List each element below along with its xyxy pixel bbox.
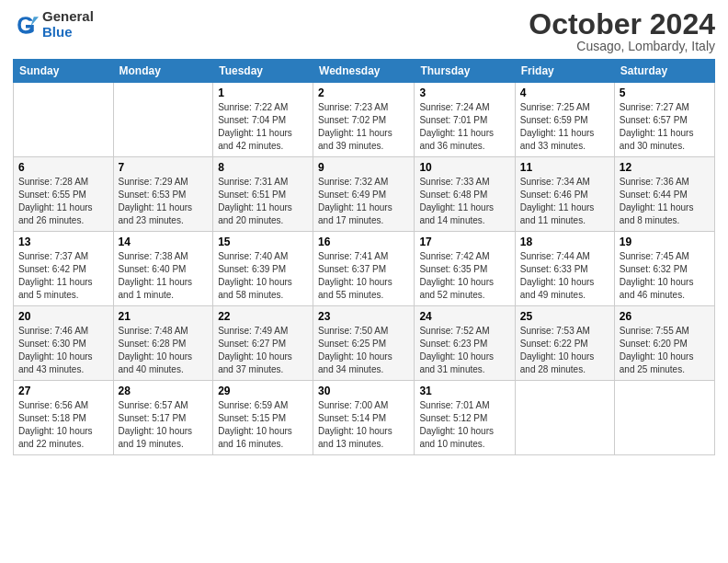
calendar-cell: 14Sunrise: 7:38 AM Sunset: 6:40 PM Dayli… bbox=[113, 232, 213, 306]
day-info: Sunrise: 7:55 AM Sunset: 6:20 PM Dayligh… bbox=[620, 325, 710, 376]
day-info: Sunrise: 7:41 AM Sunset: 6:37 PM Dayligh… bbox=[318, 250, 409, 302]
week-row-1: 1Sunrise: 7:22 AM Sunset: 7:04 PM Daylig… bbox=[14, 83, 715, 157]
calendar-cell: 20Sunrise: 7:46 AM Sunset: 6:30 PM Dayli… bbox=[14, 306, 114, 381]
logo: General Blue bbox=[13, 9, 94, 40]
day-number: 6 bbox=[18, 161, 108, 174]
calendar-cell: 24Sunrise: 7:52 AM Sunset: 6:23 PM Dayli… bbox=[415, 306, 515, 381]
calendar-cell: 17Sunrise: 7:42 AM Sunset: 6:35 PM Dayli… bbox=[415, 232, 515, 306]
day-info: Sunrise: 7:50 AM Sunset: 6:25 PM Dayligh… bbox=[318, 325, 409, 376]
header: General Blue October 2024 Cusago, Lombar… bbox=[13, 9, 715, 53]
calendar-cell: 8Sunrise: 7:31 AM Sunset: 6:51 PM Daylig… bbox=[213, 157, 313, 232]
day-number: 16 bbox=[318, 236, 409, 248]
day-number: 17 bbox=[419, 236, 509, 248]
day-info: Sunrise: 7:32 AM Sunset: 6:49 PM Dayligh… bbox=[318, 176, 409, 227]
calendar-body: 1Sunrise: 7:22 AM Sunset: 7:04 PM Daylig… bbox=[14, 83, 715, 455]
day-number: 12 bbox=[620, 161, 710, 174]
day-number: 4 bbox=[520, 86, 609, 99]
weekday-header-sunday: Sunday bbox=[14, 60, 114, 83]
day-info: Sunrise: 7:24 AM Sunset: 7:01 PM Dayligh… bbox=[419, 101, 509, 153]
day-info: Sunrise: 6:57 AM Sunset: 5:17 PM Dayligh… bbox=[119, 399, 209, 451]
day-info: Sunrise: 6:59 AM Sunset: 5:15 PM Dayligh… bbox=[218, 399, 308, 451]
day-info: Sunrise: 7:45 AM Sunset: 6:32 PM Dayligh… bbox=[620, 250, 710, 302]
day-number: 21 bbox=[119, 310, 209, 323]
day-info: Sunrise: 7:00 AM Sunset: 5:14 PM Dayligh… bbox=[318, 399, 409, 451]
calendar-cell: 30Sunrise: 7:00 AM Sunset: 5:14 PM Dayli… bbox=[313, 381, 415, 455]
day-number: 31 bbox=[419, 385, 509, 397]
day-info: Sunrise: 7:48 AM Sunset: 6:28 PM Dayligh… bbox=[119, 325, 209, 376]
day-info: Sunrise: 7:22 AM Sunset: 7:04 PM Dayligh… bbox=[218, 101, 308, 153]
week-row-2: 6Sunrise: 7:28 AM Sunset: 6:55 PM Daylig… bbox=[14, 157, 715, 232]
day-info: Sunrise: 7:53 AM Sunset: 6:22 PM Dayligh… bbox=[520, 325, 609, 376]
day-info: Sunrise: 7:49 AM Sunset: 6:27 PM Dayligh… bbox=[218, 325, 308, 376]
day-number: 3 bbox=[419, 86, 509, 99]
calendar-cell: 28Sunrise: 6:57 AM Sunset: 5:17 PM Dayli… bbox=[113, 381, 213, 455]
calendar-cell: 25Sunrise: 7:53 AM Sunset: 6:22 PM Dayli… bbox=[515, 306, 614, 381]
day-info: Sunrise: 7:40 AM Sunset: 6:39 PM Dayligh… bbox=[218, 250, 308, 302]
calendar-cell: 4Sunrise: 7:25 AM Sunset: 6:59 PM Daylig… bbox=[515, 83, 614, 157]
calendar-cell bbox=[614, 381, 714, 455]
day-info: Sunrise: 7:33 AM Sunset: 6:48 PM Dayligh… bbox=[419, 176, 509, 227]
day-info: Sunrise: 7:28 AM Sunset: 6:55 PM Dayligh… bbox=[18, 176, 108, 227]
day-number: 7 bbox=[119, 161, 209, 174]
calendar-cell: 3Sunrise: 7:24 AM Sunset: 7:01 PM Daylig… bbox=[415, 83, 515, 157]
day-info: Sunrise: 7:01 AM Sunset: 5:12 PM Dayligh… bbox=[419, 399, 509, 451]
calendar-cell: 1Sunrise: 7:22 AM Sunset: 7:04 PM Daylig… bbox=[213, 83, 313, 157]
calendar-cell: 23Sunrise: 7:50 AM Sunset: 6:25 PM Dayli… bbox=[313, 306, 415, 381]
calendar-cell: 16Sunrise: 7:41 AM Sunset: 6:37 PM Dayli… bbox=[313, 232, 415, 306]
weekday-header-tuesday: Tuesday bbox=[213, 60, 313, 83]
day-info: Sunrise: 7:34 AM Sunset: 6:46 PM Dayligh… bbox=[520, 176, 609, 227]
day-info: Sunrise: 7:52 AM Sunset: 6:23 PM Dayligh… bbox=[419, 325, 509, 376]
day-number: 9 bbox=[318, 161, 409, 174]
calendar-header: SundayMondayTuesdayWednesdayThursdayFrid… bbox=[14, 60, 715, 83]
calendar-cell bbox=[515, 381, 614, 455]
day-number: 8 bbox=[218, 161, 308, 174]
day-number: 30 bbox=[318, 385, 409, 397]
calendar-cell: 12Sunrise: 7:36 AM Sunset: 6:44 PM Dayli… bbox=[614, 157, 714, 232]
location-subtitle: Cusago, Lombardy, Italy bbox=[529, 39, 715, 53]
day-number: 18 bbox=[520, 236, 609, 248]
day-number: 14 bbox=[119, 236, 209, 248]
day-number: 11 bbox=[520, 161, 609, 174]
day-number: 1 bbox=[218, 86, 308, 99]
day-number: 26 bbox=[620, 310, 710, 323]
day-number: 23 bbox=[318, 310, 409, 323]
day-info: Sunrise: 7:23 AM Sunset: 7:02 PM Dayligh… bbox=[318, 101, 409, 153]
day-number: 22 bbox=[218, 310, 308, 323]
calendar-cell: 21Sunrise: 7:48 AM Sunset: 6:28 PM Dayli… bbox=[113, 306, 213, 381]
calendar-table: SundayMondayTuesdayWednesdayThursdayFrid… bbox=[13, 59, 715, 455]
day-info: Sunrise: 7:38 AM Sunset: 6:40 PM Dayligh… bbox=[119, 250, 209, 302]
day-info: Sunrise: 7:25 AM Sunset: 6:59 PM Dayligh… bbox=[520, 101, 609, 153]
calendar-cell: 11Sunrise: 7:34 AM Sunset: 6:46 PM Dayli… bbox=[515, 157, 614, 232]
day-info: Sunrise: 7:27 AM Sunset: 6:57 PM Dayligh… bbox=[620, 101, 710, 153]
day-number: 5 bbox=[620, 86, 710, 99]
calendar-cell bbox=[14, 83, 114, 157]
day-info: Sunrise: 7:37 AM Sunset: 6:42 PM Dayligh… bbox=[18, 250, 108, 302]
day-number: 27 bbox=[18, 385, 108, 397]
logo-icon bbox=[13, 12, 39, 38]
calendar-cell: 22Sunrise: 7:49 AM Sunset: 6:27 PM Dayli… bbox=[213, 306, 313, 381]
calendar-cell: 19Sunrise: 7:45 AM Sunset: 6:32 PM Dayli… bbox=[614, 232, 714, 306]
weekday-header-saturday: Saturday bbox=[614, 60, 714, 83]
calendar-cell: 5Sunrise: 7:27 AM Sunset: 6:57 PM Daylig… bbox=[614, 83, 714, 157]
calendar-cell: 9Sunrise: 7:32 AM Sunset: 6:49 PM Daylig… bbox=[313, 157, 415, 232]
weekday-row: SundayMondayTuesdayWednesdayThursdayFrid… bbox=[14, 60, 715, 83]
day-number: 28 bbox=[119, 385, 209, 397]
day-number: 19 bbox=[620, 236, 710, 248]
calendar-cell: 29Sunrise: 6:59 AM Sunset: 5:15 PM Dayli… bbox=[213, 381, 313, 455]
day-info: Sunrise: 7:29 AM Sunset: 6:53 PM Dayligh… bbox=[119, 176, 209, 227]
calendar-cell: 2Sunrise: 7:23 AM Sunset: 7:02 PM Daylig… bbox=[313, 83, 415, 157]
calendar-cell: 7Sunrise: 7:29 AM Sunset: 6:53 PM Daylig… bbox=[113, 157, 213, 232]
calendar-cell: 18Sunrise: 7:44 AM Sunset: 6:33 PM Dayli… bbox=[515, 232, 614, 306]
day-info: Sunrise: 7:36 AM Sunset: 6:44 PM Dayligh… bbox=[620, 176, 710, 227]
week-row-4: 20Sunrise: 7:46 AM Sunset: 6:30 PM Dayli… bbox=[14, 306, 715, 381]
day-info: Sunrise: 6:56 AM Sunset: 5:18 PM Dayligh… bbox=[18, 399, 108, 451]
weekday-header-monday: Monday bbox=[113, 60, 213, 83]
calendar-cell: 26Sunrise: 7:55 AM Sunset: 6:20 PM Dayli… bbox=[614, 306, 714, 381]
day-number: 10 bbox=[419, 161, 509, 174]
logo-text: General Blue bbox=[42, 9, 94, 40]
calendar-cell: 10Sunrise: 7:33 AM Sunset: 6:48 PM Dayli… bbox=[415, 157, 515, 232]
calendar-cell bbox=[113, 83, 213, 157]
day-number: 25 bbox=[520, 310, 609, 323]
day-number: 2 bbox=[318, 86, 409, 99]
calendar-cell: 27Sunrise: 6:56 AM Sunset: 5:18 PM Dayli… bbox=[14, 381, 114, 455]
